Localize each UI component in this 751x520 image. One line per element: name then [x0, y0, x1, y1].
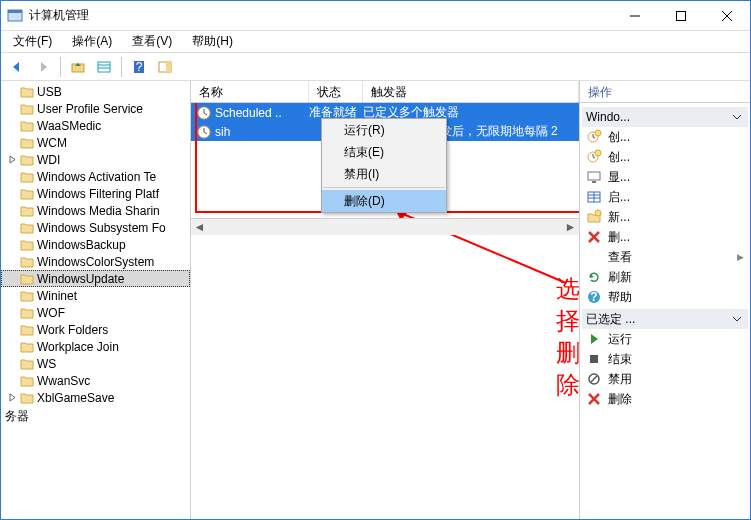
- menu-action[interactable]: 操作(A): [64, 31, 120, 52]
- context-menu-delete[interactable]: 删除(D): [322, 190, 446, 212]
- action-item-label: 新...: [608, 209, 744, 226]
- tree-item[interactable]: WCM: [1, 134, 190, 151]
- forward-button[interactable]: [31, 56, 55, 78]
- back-button[interactable]: [5, 56, 29, 78]
- action-item-label: 显...: [608, 169, 744, 186]
- action-item[interactable]: 查看▶: [582, 247, 748, 267]
- action-item-label: 创...: [608, 129, 744, 146]
- tree-item[interactable]: WaaSMedic: [1, 117, 190, 134]
- tree-item[interactable]: WindowsBackup: [1, 236, 190, 253]
- svg-line-42: [591, 376, 597, 382]
- action-item[interactable]: 创...: [582, 147, 748, 167]
- toolbar: ?: [1, 53, 750, 81]
- app-icon: [7, 8, 23, 24]
- expand-icon: [7, 222, 18, 233]
- tree-item[interactable]: Windows Subsystem Fo: [1, 219, 190, 236]
- tree-item[interactable]: WwanSvc: [1, 372, 190, 389]
- view-list-button[interactable]: [92, 56, 116, 78]
- svg-point-24: [595, 130, 601, 136]
- folder-up-button[interactable]: [66, 56, 90, 78]
- tree-item-label: WOF: [37, 306, 65, 320]
- x-red-icon: [586, 391, 602, 407]
- close-button[interactable]: [704, 1, 750, 31]
- expand-icon[interactable]: [7, 392, 18, 403]
- tree-item[interactable]: WindowsUpdate: [1, 270, 190, 287]
- folder-icon: [20, 86, 34, 98]
- folder-icon: [20, 290, 34, 302]
- tree-item[interactable]: WOF: [1, 304, 190, 321]
- tree-item[interactable]: WindowsColorSystem: [1, 253, 190, 270]
- tree-pane[interactable]: USBUser Profile ServiceWaaSMedicWCMWDIWi…: [1, 81, 191, 519]
- minimize-button[interactable]: [612, 1, 658, 31]
- tree-item[interactable]: WDI: [1, 151, 190, 168]
- action-item[interactable]: 创...: [582, 127, 748, 147]
- action-item[interactable]: 新...: [582, 207, 748, 227]
- display-icon: [586, 169, 602, 185]
- tree-item[interactable]: Work Folders: [1, 321, 190, 338]
- svg-point-35: [595, 210, 601, 216]
- scroll-right-button[interactable]: ►: [562, 220, 579, 235]
- column-header-name[interactable]: 名称: [191, 81, 309, 102]
- tree-item[interactable]: WS: [1, 355, 190, 372]
- expand-icon[interactable]: [7, 154, 18, 165]
- action-item-label: 查看: [608, 249, 731, 266]
- action-group-header[interactable]: Windo...: [582, 107, 748, 127]
- horizontal-scrollbar[interactable]: ◄ ►: [191, 218, 579, 235]
- expand-icon: [7, 239, 18, 250]
- tree-item-label: Windows Media Sharin: [37, 204, 160, 218]
- action-item[interactable]: 结束: [582, 349, 748, 369]
- tree-item[interactable]: Workplace Join: [1, 338, 190, 355]
- context-menu-run[interactable]: 运行(R): [322, 119, 446, 141]
- action-item[interactable]: 刷新: [582, 267, 748, 287]
- table-blue-icon: [586, 189, 602, 205]
- action-item[interactable]: 显...: [582, 167, 748, 187]
- folder-icon: [20, 137, 34, 149]
- collapse-icon[interactable]: [730, 110, 744, 124]
- tree-item[interactable]: XblGameSave: [1, 389, 190, 406]
- expand-icon: [7, 358, 18, 369]
- svg-text:?: ?: [136, 60, 143, 74]
- column-header-trigger[interactable]: 触发器: [363, 81, 579, 102]
- scroll-left-button[interactable]: ◄: [191, 220, 208, 235]
- annotation-text: 选择删除: [556, 273, 579, 401]
- list-body[interactable]: Scheduled .. 准备就绪 已定义多个触发器 sih 的 8:00 时 …: [191, 103, 579, 519]
- panel-toggle-button[interactable]: [153, 56, 177, 78]
- svg-text:?: ?: [590, 290, 597, 304]
- collapse-icon[interactable]: [730, 312, 744, 326]
- menu-file[interactable]: 文件(F): [5, 31, 60, 52]
- maximize-button[interactable]: [658, 1, 704, 31]
- folder-new-icon: [586, 209, 602, 225]
- action-item[interactable]: 删除: [582, 389, 748, 409]
- action-group-header[interactable]: 已选定 ...: [582, 309, 748, 329]
- expand-icon: [7, 273, 18, 284]
- actions-body[interactable]: Windo...创...创...显...启...新...删...查看▶刷新?帮助…: [580, 103, 750, 519]
- tree-item-label: Windows Filtering Platf: [37, 187, 159, 201]
- expand-icon: [7, 137, 18, 148]
- tree-item[interactable]: Wininet: [1, 287, 190, 304]
- tree-item[interactable]: Windows Media Sharin: [1, 202, 190, 219]
- tree-item[interactable]: User Profile Service: [1, 100, 190, 117]
- menu-help[interactable]: 帮助(H): [184, 31, 241, 52]
- tree-item[interactable]: USB: [1, 83, 190, 100]
- tree-item-label: Work Folders: [37, 323, 108, 337]
- context-menu-disable[interactable]: 禁用(I): [322, 163, 446, 185]
- folder-icon: [20, 205, 34, 217]
- menu-view[interactable]: 查看(V): [124, 31, 180, 52]
- action-item[interactable]: 禁用: [582, 369, 748, 389]
- action-item[interactable]: 删...: [582, 227, 748, 247]
- tree-item[interactable]: Windows Activation Te: [1, 168, 190, 185]
- context-menu-end[interactable]: 结束(E): [322, 141, 446, 163]
- folder-icon: [20, 171, 34, 183]
- action-item[interactable]: 运行: [582, 329, 748, 349]
- tree-item-label: WCM: [37, 136, 67, 150]
- help-button[interactable]: ?: [127, 56, 151, 78]
- titlebar: 计算机管理: [1, 1, 750, 31]
- action-item[interactable]: 启...: [582, 187, 748, 207]
- clock-icon: [197, 125, 211, 139]
- column-header-status[interactable]: 状态: [309, 81, 363, 102]
- tree-item-label: WwanSvc: [37, 374, 90, 388]
- folder-icon: [20, 392, 34, 404]
- expand-icon: [7, 375, 18, 386]
- action-item[interactable]: ?帮助: [582, 287, 748, 307]
- tree-item[interactable]: Windows Filtering Platf: [1, 185, 190, 202]
